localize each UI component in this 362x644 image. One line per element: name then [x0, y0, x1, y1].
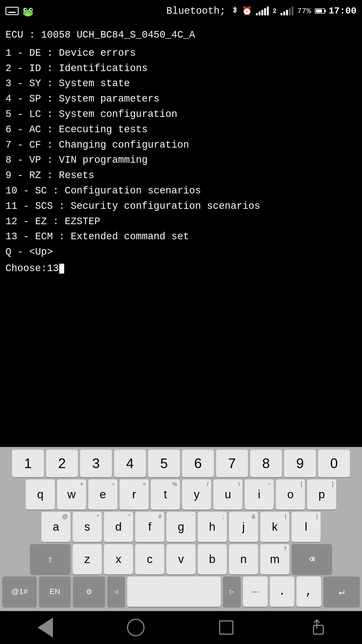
recents-icon	[219, 620, 233, 635]
key-2[interactable]: 2	[46, 450, 78, 477]
choose-value: :13	[41, 261, 59, 276]
menu-item: 2 - ID : Identifications	[5, 61, 357, 76]
key-8[interactable]: 8	[250, 450, 282, 477]
key-m[interactable]: ?m	[260, 544, 289, 574]
svg-point-5	[25, 9, 26, 10]
key-c[interactable]: c	[135, 544, 164, 574]
key-f[interactable]: #f	[135, 512, 164, 542]
key-shift[interactable]: ⇧	[30, 544, 70, 574]
key-e[interactable]: ÷e	[88, 479, 117, 510]
status-bar: Bluetooth; ⏰ 2 77%	[0, 0, 362, 22]
svg-point-6	[30, 9, 32, 10]
signal-icon-1	[256, 7, 269, 15]
key-comma[interactable]: ,	[296, 576, 321, 607]
key-enter[interactable]: ↵	[323, 576, 360, 607]
key-6[interactable]: 6	[182, 450, 214, 477]
key-1[interactable]: 1	[12, 450, 44, 477]
key-settings[interactable]: ⚙	[73, 576, 105, 607]
key-z[interactable]: z	[73, 544, 102, 574]
key-w[interactable]: ×w	[57, 479, 86, 510]
key-n[interactable]: n	[229, 544, 258, 574]
key-y[interactable]: /y	[182, 479, 211, 510]
back-icon	[38, 618, 53, 637]
key-i[interactable]: ~i	[245, 479, 274, 510]
menu-item: 4 - SP : System parameters	[5, 91, 357, 107]
nav-back-button[interactable]	[29, 617, 62, 639]
keyboard-row-zxcv: ⇧zxcvbn?m⌫	[2, 544, 360, 574]
nav-share-button[interactable]	[300, 617, 333, 639]
clock-icon: ⏰	[242, 6, 252, 16]
key-r[interactable]: =r	[120, 479, 149, 510]
text-cursor	[59, 264, 64, 274]
key-u[interactable]: \u	[213, 479, 242, 510]
key-3[interactable]: 3	[80, 450, 112, 477]
status-left-icons	[5, 5, 35, 17]
bluetooth-icon: Bluetooth;	[166, 5, 238, 17]
key-0[interactable]: 0	[318, 450, 350, 477]
menu-item: 6 - AC : Ececuting tests	[5, 122, 357, 137]
key-l[interactable]: )l	[292, 512, 321, 542]
key-t[interactable]: %t	[151, 479, 180, 510]
nav-recents-button[interactable]	[210, 617, 243, 639]
menu-list: 1 - DE : Device errors2 - ID : Identific…	[5, 46, 357, 244]
key-x[interactable]: x	[104, 544, 133, 574]
time-display: 17:00	[329, 6, 357, 16]
ecu-line: ECU : 10058 UCH_BC84_S_0450_4C_A	[5, 27, 357, 43]
key-period[interactable]: .	[270, 576, 295, 607]
share-icon	[308, 619, 326, 636]
menu-item: 7 - CF : Changing configuration	[5, 137, 357, 153]
terminal-area: ECU : 10058 UCH_BC84_S_0450_4C_A 1 - DE …	[0, 22, 362, 279]
key-h[interactable]: ;h	[198, 512, 227, 542]
key-o[interactable]: [o	[276, 479, 305, 510]
quit-key: Q - <Up>	[5, 246, 53, 258]
menu-item: 1 - DE : Device errors	[5, 46, 357, 61]
menu-item: 10 - SC : Configuration scenarios	[5, 183, 357, 199]
key-space[interactable]	[127, 576, 221, 607]
key-a[interactable]: @a	[41, 512, 70, 542]
menu-item: 12 - EZ : EZSTEP	[5, 214, 357, 229]
svg-rect-8	[313, 625, 323, 634]
frog-icon	[21, 5, 35, 17]
key-j[interactable]: &j	[229, 512, 258, 542]
key-emoji-symbols[interactable]: @1#	[2, 576, 37, 607]
key-k[interactable]: (k	[260, 512, 289, 542]
key-d[interactable]: "d	[104, 512, 133, 542]
choose-line[interactable]: Choose :13	[5, 261, 357, 276]
key-backspace[interactable]: ⌫	[292, 544, 332, 574]
menu-item: 3 - SY : System state	[5, 76, 357, 91]
menu-item: 8 - VP : VIN programming	[5, 153, 357, 168]
key-dots-menu[interactable]: ···	[243, 576, 268, 607]
nav-home-button[interactable]	[119, 617, 152, 639]
key-right-arrow[interactable]: ▷	[223, 576, 241, 607]
key-language[interactable]: EN	[39, 576, 71, 607]
keyboard-row-asdf: @a*s"d#f'g;h&j(k)l	[2, 512, 360, 542]
choose-label: Choose	[5, 261, 41, 276]
menu-item: 13 - ECM : Extended command set	[5, 229, 357, 244]
keyboard-row-bottom: @1#EN⚙◁▷···.,↵	[2, 576, 360, 607]
keyboard-row-numbers: 1234567890	[2, 450, 360, 477]
key-mic-arrow[interactable]: ◁	[107, 576, 125, 607]
svg-point-7	[25, 13, 31, 16]
keyboard: 1234567890 q×w÷e=r%t/y\u~i[o]p @a*s"d#f'…	[0, 447, 362, 611]
menu-item: 9 - RZ : Resets	[5, 168, 357, 183]
key-g[interactable]: 'g	[166, 512, 196, 542]
battery-percent: 77%	[297, 7, 311, 15]
sim2-icon: 2	[273, 7, 276, 15]
key-5[interactable]: 5	[148, 450, 180, 477]
key-9[interactable]: 9	[284, 450, 316, 477]
key-7[interactable]: 7	[216, 450, 248, 477]
key-q[interactable]: q	[26, 479, 55, 510]
keyboard-row-qwerty: q×w÷e=r%t/y\u~i[o]p	[2, 479, 360, 510]
menu-item: 11 - SCS : Security configuration scenar…	[5, 199, 357, 214]
battery-icon	[315, 8, 325, 14]
key-p[interactable]: ]p	[307, 479, 336, 510]
key-4[interactable]: 4	[114, 450, 146, 477]
nav-bar	[0, 611, 362, 644]
quit-line: Q - <Up>	[5, 244, 357, 260]
keyboard-status-icon	[5, 7, 19, 15]
menu-item: 5 - LC : System configuration	[5, 107, 357, 122]
key-b[interactable]: b	[198, 544, 227, 574]
signal-icon-2	[281, 7, 293, 15]
key-s[interactable]: *s	[73, 512, 102, 542]
key-v[interactable]: v	[166, 544, 196, 574]
